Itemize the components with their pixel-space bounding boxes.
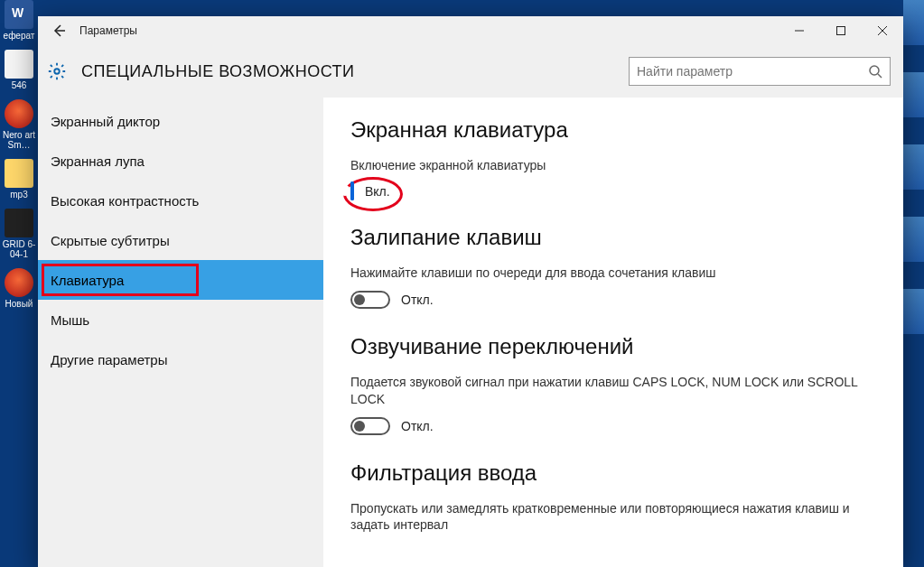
search-input[interactable] <box>637 64 868 79</box>
toggle-toggle-keys[interactable] <box>350 417 390 435</box>
sidebar-item-mouse[interactable]: Мышь <box>38 300 323 339</box>
section-desc: Нажимайте клавиши по очереди для ввода с… <box>350 265 876 282</box>
maximize-button[interactable] <box>820 16 862 45</box>
word-icon <box>5 0 33 29</box>
svg-line-6 <box>878 74 882 78</box>
section-title: Залипание клавиш <box>350 225 876 250</box>
window-title: Параметры <box>79 24 137 37</box>
svg-point-4 <box>54 69 60 74</box>
toggle-onscreen-keyboard[interactable] <box>350 181 354 200</box>
svg-rect-1 <box>837 27 845 35</box>
search-icon <box>868 64 882 79</box>
window-header: СПЕЦИАЛЬНЫЕ ВОЗМОЖНОСТИ <box>38 45 903 98</box>
section-onscreen-keyboard: Экранная клавиатура Включение экранной к… <box>350 117 876 200</box>
sidebar-item-keyboard[interactable]: Клавиатура <box>38 260 323 300</box>
desktop-icon[interactable]: mp3 <box>0 159 38 200</box>
sidebar-item-closed-captions[interactable]: Скрытые субтитры <box>38 220 323 260</box>
toggle-label: Откл. <box>401 293 434 307</box>
section-title: Фильтрация ввода <box>350 460 876 486</box>
desktop-icons-right <box>903 0 924 567</box>
desktop-icon[interactable]: еферат <box>0 0 38 41</box>
settings-window: Параметры СПЕЦИАЛЬНЫЕ ВОЗМОЖНОСТИ Экранн… <box>38 16 903 567</box>
search-box[interactable] <box>629 57 891 86</box>
section-desc: Подается звуковой сигнал при нажатии кла… <box>350 374 876 408</box>
section-desc: Пропускать или замедлять кратковременные… <box>350 500 876 534</box>
sidebar-item-high-contrast[interactable]: Высокая контрастность <box>38 181 323 220</box>
desktop-icon[interactable]: Новый <box>0 268 38 309</box>
sidebar-item-narrator[interactable]: Экранный диктор <box>38 101 323 141</box>
grid-icon <box>5 209 33 237</box>
sidebar: Экранный диктор Экранная лупа Высокая ко… <box>38 98 323 567</box>
section-desc: Включение экранной клавиатуры <box>350 157 876 174</box>
back-button[interactable] <box>38 16 79 45</box>
opera-icon <box>5 268 33 297</box>
annotation-highlight <box>350 183 354 200</box>
nero-icon <box>5 99 33 128</box>
close-button[interactable] <box>862 16 903 45</box>
section-title: Экранная клавиатура <box>350 117 876 143</box>
section-filter-keys: Фильтрация ввода Пропускать или замедлят… <box>350 460 876 534</box>
page-title: СПЕЦИАЛЬНЫЕ ВОЗМОЖНОСТИ <box>81 62 355 81</box>
sidebar-item-magnifier[interactable]: Экранная лупа <box>38 141 323 181</box>
section-title: Озвучивание переключений <box>350 334 876 359</box>
toggle-sticky-keys[interactable] <box>350 291 390 309</box>
toggle-label: Вкл. <box>365 184 390 199</box>
file-icon <box>5 50 33 79</box>
desktop-icon[interactable]: GRID 6-04-1 <box>0 209 38 259</box>
toggle-label: Откл. <box>401 419 434 433</box>
minimize-button[interactable] <box>779 16 820 45</box>
folder-icon <box>5 159 33 188</box>
gear-icon <box>47 61 67 81</box>
sidebar-item-other[interactable]: Другие параметры <box>38 339 323 379</box>
svg-point-5 <box>870 66 879 75</box>
section-toggle-keys: Озвучивание переключений Подается звуков… <box>350 334 876 435</box>
titlebar: Параметры <box>38 16 903 45</box>
desktop-icon[interactable]: Nero artSm… <box>0 99 38 150</box>
main-content: Экранная клавиатура Включение экранной к… <box>323 98 903 567</box>
desktop-icon[interactable]: 546 <box>0 50 38 90</box>
desktop-icons-left: еферат 546 Nero artSm… mp3 GRID 6-04-1 Н… <box>0 0 38 567</box>
section-sticky-keys: Залипание клавиш Нажимайте клавиши по оч… <box>350 225 876 309</box>
